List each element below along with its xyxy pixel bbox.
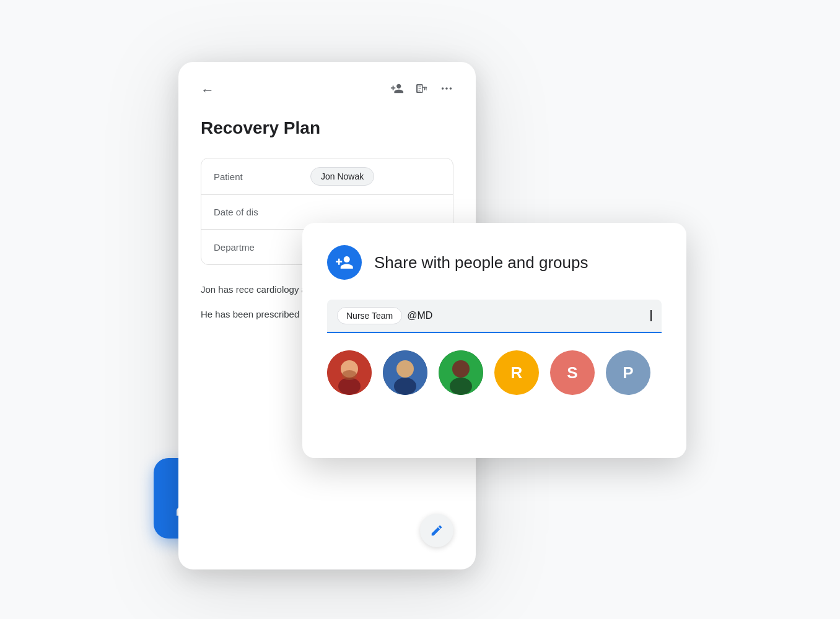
card-header: ←: [201, 82, 453, 98]
svg-point-10: [342, 370, 357, 380]
svg-point-12: [396, 360, 414, 378]
patient-chip: Jon Nowak: [310, 167, 374, 186]
svg-point-15: [452, 360, 470, 378]
svg-point-16: [450, 378, 472, 395]
patient-label: Patient: [201, 163, 300, 191]
edit-fab[interactable]: [420, 514, 453, 547]
patient-row: Patient Jon Nowak: [201, 158, 453, 195]
svg-point-4: [442, 87, 444, 90]
avatar-r-letter: R: [511, 363, 523, 383]
svg-point-6: [450, 87, 452, 90]
notes-icon[interactable]: [415, 82, 429, 98]
patient-value: Jon Nowak: [300, 158, 453, 194]
text-cursor: [650, 310, 652, 321]
share-input-area[interactable]: Nurse Team @MD: [327, 300, 662, 333]
avatar-2[interactable]: [383, 350, 427, 395]
recovery-title: Recovery Plan: [201, 118, 453, 138]
share-dialog: Share with people and groups Nurse Team …: [302, 223, 686, 458]
avatar-r[interactable]: R: [494, 350, 539, 395]
md-input-text[interactable]: @MD: [407, 310, 645, 321]
svg-point-13: [394, 378, 416, 395]
header-actions: [390, 82, 453, 98]
avatar-s-letter: S: [567, 363, 577, 383]
add-person-icon[interactable]: [390, 82, 404, 98]
nurse-team-chip[interactable]: Nurse Team: [337, 307, 402, 324]
avatar-3[interactable]: [439, 350, 483, 395]
share-header: Share with people and groups: [327, 245, 662, 280]
avatar-p[interactable]: P: [606, 350, 650, 395]
avatar-1[interactable]: [327, 350, 372, 395]
back-button[interactable]: ←: [201, 82, 214, 98]
share-avatar: [327, 245, 362, 280]
svg-point-9: [338, 378, 361, 395]
more-icon[interactable]: [440, 82, 453, 98]
avatar-s[interactable]: S: [550, 350, 595, 395]
date-label: Date of dis: [201, 198, 300, 226]
avatar-p-letter: P: [623, 363, 633, 383]
share-title: Share with people and groups: [374, 253, 588, 272]
svg-point-5: [445, 87, 448, 90]
date-value: [300, 204, 453, 221]
avatars-row: R S P: [327, 350, 662, 395]
dept-label: Departme: [201, 233, 300, 261]
